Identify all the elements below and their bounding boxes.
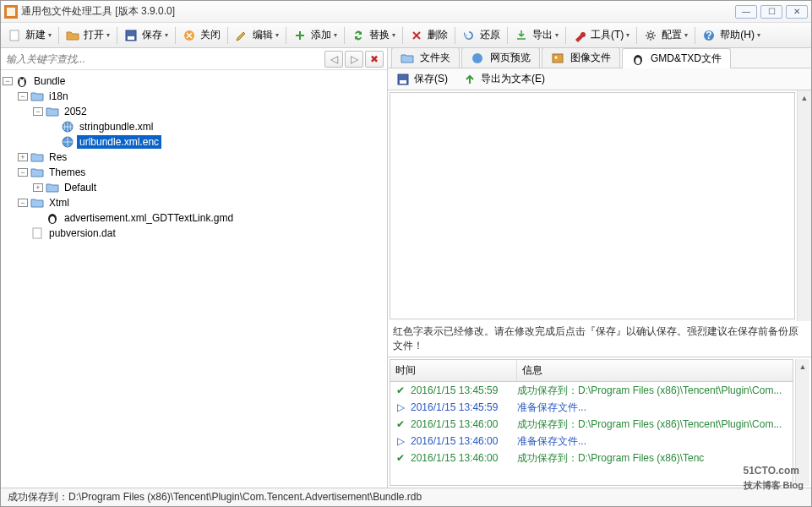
close-file-button[interactable]: 关闭 — [179, 26, 224, 44]
save-icon — [396, 73, 410, 86]
file-tree[interactable]: −Bundle −i18n −2052 stringbundle.xml url… — [1, 70, 387, 488]
arrow-up-icon — [463, 73, 477, 86]
file-icon — [30, 226, 44, 240]
globe-icon — [61, 135, 74, 149]
check-icon: ✔ — [394, 452, 407, 464]
tab-web-preview[interactable]: 网页预览 — [461, 47, 540, 68]
save-button[interactable]: 保存▾ — [121, 26, 172, 44]
restore-button[interactable]: 还原 — [459, 26, 504, 44]
globe-icon — [471, 52, 484, 65]
replace-button[interactable]: 替换▾ — [348, 26, 399, 44]
col-time-header[interactable]: 时间 — [390, 360, 517, 381]
help-button[interactable]: ?帮助(H)▾ — [699, 26, 764, 44]
expander-icon[interactable]: − — [3, 77, 13, 85]
clear-search-button[interactable]: ✖ — [365, 51, 384, 68]
image-icon — [551, 52, 564, 65]
open-button[interactable]: 打开▾ — [63, 26, 113, 44]
folder-icon — [46, 181, 59, 194]
folder-open-icon — [30, 166, 44, 179]
window-title: 通用包文件处理工具 [版本 3.9.0.0] — [21, 4, 735, 19]
scrollbar-v[interactable]: ▲ — [797, 90, 811, 321]
svg-text:?: ? — [706, 30, 712, 41]
tree-node[interactable]: i18n — [46, 90, 71, 103]
tools-button[interactable]: 工具(T)▾ — [569, 26, 633, 44]
close-button[interactable]: ✕ — [786, 5, 808, 19]
svg-rect-19 — [553, 54, 563, 63]
export-text-button[interactable]: 导出为文本(E) — [460, 70, 548, 88]
svg-rect-4 — [128, 36, 134, 40]
tab-gmd-txd[interactable]: GMD&TXD文件 — [622, 48, 731, 68]
editor-hint: 红色字表示已经修改。请在修改完成后点击『保存』以确认保存。强烈建议在保存前备份原… — [388, 321, 811, 357]
sub-save-button[interactable]: 保存(S) — [393, 70, 451, 88]
search-input[interactable] — [4, 52, 323, 67]
left-panel: ◁ ▷ ✖ −Bundle −i18n −2052 stringbundle.x… — [1, 48, 388, 488]
svg-rect-1 — [7, 8, 15, 16]
title-bar: 通用包文件处理工具 [版本 3.9.0.0] — ☐ ✕ — [1, 1, 811, 23]
svg-point-12 — [23, 79, 25, 80]
folder-icon — [401, 52, 414, 65]
tab-image-file[interactable]: 图像文件 — [542, 47, 620, 68]
svg-rect-17 — [33, 228, 41, 238]
edit-button[interactable]: 编辑▾ — [232, 26, 282, 44]
log-row[interactable]: ✔2016/1/15 13:45:59成功保存到：D:\Program File… — [390, 382, 793, 399]
svg-point-22 — [635, 57, 640, 64]
svg-point-11 — [19, 79, 21, 80]
tree-node[interactable]: pubversion.dat — [46, 226, 118, 240]
log-row[interactable]: ✔2016/1/15 13:46:00成功保存到：D:\Program File… — [390, 450, 793, 466]
svg-point-20 — [555, 56, 558, 58]
tree-node[interactable]: Default — [62, 181, 99, 194]
delete-button[interactable]: 删除 — [406, 26, 451, 44]
log-row[interactable]: ▷2016/1/15 13:45:59准备保存文件... — [390, 399, 793, 416]
check-icon: ✔ — [394, 418, 407, 430]
folder-open-icon — [30, 90, 44, 103]
editor-textarea[interactable] — [390, 92, 795, 319]
status-bar: 成功保存到：D:\Program Files (x86)\Tencent\Plu… — [1, 488, 811, 506]
svg-rect-24 — [400, 80, 406, 84]
tree-node[interactable]: Themes — [46, 166, 88, 179]
maximize-button[interactable]: ☐ — [760, 5, 782, 19]
check-icon: ✔ — [394, 384, 407, 396]
editor-pane: ▲ 红色字表示已经修改。请在修改完成后点击『保存』以确认保存。强烈建议在保存前备… — [388, 90, 811, 357]
play-icon: ▷ — [394, 435, 407, 447]
new-button[interactable]: 新建▾ — [4, 26, 55, 44]
tree-node[interactable]: Xtml — [46, 196, 72, 210]
status-text: 成功保存到：D:\Program Files (x86)\Tencent\Plu… — [8, 490, 422, 504]
next-button[interactable]: ▷ — [345, 51, 363, 68]
tree-node[interactable]: Bundle — [31, 74, 68, 88]
log-row[interactable]: ▷2016/1/15 13:46:00准备保存文件... — [390, 433, 793, 450]
svg-point-16 — [50, 216, 55, 223]
tree-node-selected[interactable]: urlbundle.xml.enc — [77, 135, 161, 149]
col-msg-header[interactable]: 信息 — [517, 360, 793, 381]
tree-node[interactable]: advertisement.xml_GDTTextLink.gmd — [62, 211, 236, 225]
log-row[interactable]: ✔2016/1/15 13:46:00成功保存到：D:\Program File… — [390, 416, 793, 433]
svg-rect-2 — [10, 30, 19, 41]
svg-point-10 — [19, 79, 25, 86]
tree-node[interactable]: 2052 — [62, 105, 90, 118]
play-icon: ▷ — [394, 401, 407, 413]
svg-point-18 — [472, 53, 482, 63]
tree-node[interactable]: stringbundle.xml — [77, 120, 155, 134]
tree-node[interactable]: Res — [46, 150, 69, 164]
svg-point-6 — [649, 33, 653, 37]
folder-icon — [30, 150, 44, 164]
penguin-icon — [631, 52, 645, 66]
penguin-icon — [46, 211, 59, 225]
log-table: 时间 信息 ✔2016/1/15 13:45:59成功保存到：D:\Progra… — [390, 359, 793, 486]
globe-icon — [61, 120, 74, 134]
config-button[interactable]: 配置▾ — [640, 26, 691, 44]
minimize-button[interactable]: — — [735, 5, 757, 19]
prev-button[interactable]: ◁ — [324, 51, 343, 68]
right-panel: 文件夹 网页预览 图像文件 GMD&TXD文件 保存(S) 导出为文本(E) ▲… — [388, 48, 811, 488]
folder-open-icon — [46, 105, 59, 118]
folder-open-icon — [30, 196, 44, 210]
export-button[interactable]: 导出▾ — [511, 26, 562, 44]
log-scrollbar[interactable]: ▲ — [795, 359, 809, 486]
tab-folder[interactable]: 文件夹 — [391, 47, 460, 68]
sub-toolbar: 保存(S) 导出为文本(E) — [388, 68, 811, 90]
penguin-icon — [15, 74, 29, 88]
add-button[interactable]: 添加▾ — [290, 26, 341, 44]
main-toolbar: 新建▾ 打开▾ 保存▾ 关闭 编辑▾ 添加▾ 替换▾ 删除 还原 导出▾ 工具(… — [1, 23, 811, 48]
app-icon — [4, 5, 18, 19]
log-body[interactable]: ✔2016/1/15 13:45:59成功保存到：D:\Program File… — [390, 382, 793, 485]
tabs: 文件夹 网页预览 图像文件 GMD&TXD文件 — [388, 48, 811, 68]
